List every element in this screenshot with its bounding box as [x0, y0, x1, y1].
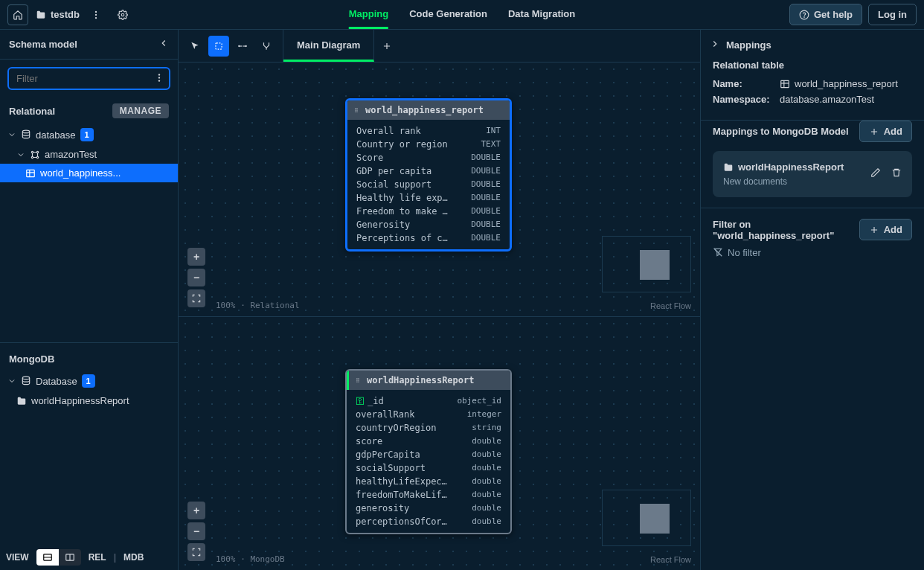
- entity-row[interactable]: Social supportDOUBLE: [347, 178, 510, 191]
- zoom-out-button[interactable]: −: [187, 269, 205, 286]
- tree-database[interactable]: database 1: [0, 124, 178, 145]
- database-icon: [21, 376, 31, 386]
- tool-connect[interactable]: [232, 36, 253, 57]
- add-filter-button[interactable]: Add: [859, 219, 912, 240]
- pane-mode-top: Relational: [250, 301, 299, 310]
- chevron-down-icon: [7, 129, 16, 140]
- zoom-fit-button[interactable]: [187, 289, 205, 307]
- mapping-card-title: worldHappinessReport: [738, 160, 844, 175]
- expand-right-button[interactable]: [710, 39, 720, 51]
- get-help-button[interactable]: Get help: [789, 4, 862, 25]
- filter-off-icon: [713, 247, 723, 257]
- tree-table-selected[interactable]: world_happiness...: [0, 164, 178, 182]
- mappings-title: Mappings: [726, 39, 771, 51]
- tree-mongo-database-badge: 1: [82, 374, 95, 388]
- home-button[interactable]: [7, 4, 28, 25]
- relational-entity-name: world_happiness_report: [365, 105, 484, 115]
- entity-row[interactable]: perceptionsOfCor…double: [347, 515, 510, 528]
- entity-row[interactable]: scoredouble: [347, 435, 510, 448]
- nav-tab-mapping[interactable]: Mapping: [349, 1, 388, 29]
- relational-entity-card[interactable]: world_happiness_report Overall rankINTCo…: [345, 98, 512, 252]
- entity-row[interactable]: healthyLifeExpec…double: [347, 475, 510, 488]
- chevron-right-icon: [710, 39, 720, 49]
- entity-row[interactable]: Overall rankINT: [347, 124, 510, 138]
- svg-point-19: [239, 45, 240, 46]
- mapping-card-subtitle: New documents: [723, 175, 844, 188]
- connect-icon: [237, 41, 248, 51]
- login-button[interactable]: Log in: [868, 4, 917, 25]
- svg-point-27: [356, 378, 357, 379]
- diagram-tab-main[interactable]: Main Diagram: [283, 30, 374, 62]
- folder-icon: [36, 10, 46, 20]
- filter-input[interactable]: [7, 67, 170, 90]
- mongodb-section-label: MongoDB: [9, 353, 54, 365]
- view-horizontal-button[interactable]: [36, 549, 59, 566]
- filter-options-button[interactable]: [154, 72, 164, 85]
- svg-point-6: [158, 74, 160, 75]
- manage-button[interactable]: MANAGE: [112, 103, 169, 118]
- svg-point-31: [358, 380, 359, 380]
- svg-point-9: [22, 130, 29, 133]
- entity-row[interactable]: GenerosityDOUBLE: [347, 218, 510, 231]
- view-rel-label[interactable]: REL: [89, 552, 106, 563]
- marquee-icon: [214, 41, 224, 51]
- view-vertical-button[interactable]: [59, 549, 81, 566]
- entity-row[interactable]: generositydouble: [347, 502, 510, 515]
- mongodb-pane[interactable]: worldHappinessReport ⚿_idobject_idoveral…: [179, 316, 700, 571]
- get-help-label: Get help: [814, 9, 853, 20]
- add-diagram-button[interactable]: [374, 30, 400, 62]
- entity-row[interactable]: socialSupportdouble: [347, 461, 510, 475]
- project-menu-button[interactable]: [86, 4, 106, 25]
- nav-tab-migration[interactable]: Data Migration: [508, 1, 575, 29]
- zoom-level-bottom: 100%: [216, 554, 236, 564]
- mongo-entity-card[interactable]: worldHappinessReport ⚿_idobject_idoveral…: [345, 369, 512, 534]
- pane-mode-bottom: MongoDB: [250, 554, 284, 564]
- tool-cursor[interactable]: [185, 36, 205, 57]
- entity-row[interactable]: Healthy life exp…DOUBLE: [347, 191, 510, 205]
- tree-mongo-collection[interactable]: worldHappinessReport: [0, 391, 178, 410]
- svg-point-2: [95, 16, 97, 18]
- entity-row[interactable]: ScoreDOUBLE: [347, 151, 510, 164]
- collapse-left-button[interactable]: [158, 38, 169, 51]
- layout-horizontal-icon: [42, 552, 53, 563]
- schema-model-title: Schema model: [9, 39, 77, 50]
- relational-table-heading: Relational table: [713, 60, 912, 71]
- zoom-out-button[interactable]: −: [187, 522, 205, 540]
- entity-row[interactable]: countryOrRegionstring: [347, 421, 510, 435]
- mapping-card[interactable]: worldHappinessReport New documents: [713, 151, 912, 197]
- minimap-top[interactable]: [602, 236, 691, 292]
- entity-row[interactable]: Country or regionTEXT: [347, 138, 510, 151]
- svg-point-10: [31, 151, 33, 153]
- entity-row[interactable]: Perceptions of c…DOUBLE: [347, 231, 510, 245]
- entity-row[interactable]: GDP per capitaDOUBLE: [347, 164, 510, 178]
- relational-pane[interactable]: world_happiness_report Overall rankINTCo…: [179, 63, 700, 316]
- database-icon: [21, 129, 31, 140]
- entity-row[interactable]: Freedom to make …DOUBLE: [347, 205, 510, 218]
- svg-point-1: [95, 13, 97, 15]
- entity-row[interactable]: gdpPerCapitadouble: [347, 448, 510, 461]
- namespace-value: database.amazonTest: [780, 94, 874, 105]
- minimap-bottom[interactable]: [602, 490, 691, 546]
- chevron-down-icon: [7, 376, 16, 386]
- settings-button[interactable]: [112, 4, 133, 25]
- entity-row[interactable]: freedomToMakeLif…double: [347, 488, 510, 502]
- tool-select[interactable]: [208, 36, 229, 57]
- entity-row[interactable]: ⚿_idobject_id: [347, 394, 510, 408]
- svg-point-15: [22, 377, 29, 380]
- svg-rect-14: [27, 170, 35, 176]
- zoom-fit-button[interactable]: [187, 543, 205, 561]
- tree-mongo-database[interactable]: Database 1: [0, 371, 178, 391]
- add-mapping-button[interactable]: Add: [859, 121, 912, 142]
- entity-row[interactable]: overallRankinteger: [347, 408, 510, 421]
- tool-autolayout[interactable]: [256, 36, 277, 57]
- branch-icon: [261, 41, 272, 51]
- project-name: testdb: [51, 9, 80, 20]
- tree-schema[interactable]: amazonTest: [0, 145, 178, 164]
- edit-mapping-button[interactable]: [870, 167, 881, 180]
- zoom-in-button[interactable]: +: [187, 248, 205, 266]
- view-mdb-label[interactable]: MDB: [123, 552, 144, 563]
- svg-point-28: [356, 380, 357, 380]
- delete-mapping-button[interactable]: [891, 167, 902, 180]
- zoom-in-button[interactable]: +: [187, 502, 205, 519]
- nav-tab-codegen[interactable]: Code Generation: [409, 1, 487, 29]
